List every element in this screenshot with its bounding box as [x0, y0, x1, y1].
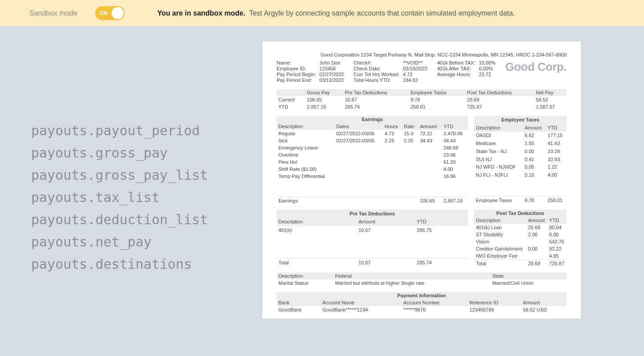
- paystub: Good Corporation 1234 Target Parkway N. …: [262, 41, 581, 319]
- banner-text: Test Argyle by connecting sample account…: [249, 9, 515, 17]
- field-list: payouts.payout_period payouts.gross_pay …: [0, 26, 262, 319]
- sandbox-label: Sandbox mode: [29, 9, 77, 17]
- toggle-knob: [112, 7, 124, 19]
- company-logo: Good Corp.: [505, 60, 567, 74]
- employee-info: Name:John DoeEmployee ID:123456Pay Perio…: [277, 60, 344, 83]
- tax-info: 401k Before TAX:10.00%401k After TAX:0.0…: [437, 60, 495, 77]
- summary-table: Gross PayPre Tax DeductionsEmployee Taxe…: [277, 89, 567, 110]
- posttax-table: Post Tax DeductionsDescriptionAmountYTD4…: [474, 210, 567, 267]
- banner-strong: You are in sandbox mode.: [157, 9, 246, 17]
- field-item: payouts.net_pay: [31, 235, 262, 249]
- field-item: payouts.gross_pay_list: [31, 169, 262, 182]
- sandbox-banner: Sandbox mode ON You are in sandbox mode.…: [0, 0, 644, 26]
- sandbox-toggle[interactable]: ON: [95, 6, 125, 20]
- field-item: payouts.payout_period: [31, 124, 262, 138]
- corp-address: Good Corporation 1234 Target Parkway N. …: [277, 52, 567, 57]
- status-table: DescriptionFederalStateMarital StatusMar…: [277, 272, 567, 287]
- pretax-table: Pre Tax DeductionsDescriptionAmountYTD40…: [277, 210, 468, 267]
- check-info: Check#:**VOID**Check Date:03/18/2022Curr…: [354, 60, 427, 83]
- earnings-table: EarningsDescriptionDatesHoursRateAmountY…: [277, 116, 468, 204]
- field-item: payouts.deduction_list: [31, 213, 262, 227]
- field-item: payouts.tax_list: [31, 191, 262, 204]
- payment-table: Payment InformationBankAccount NameAccou…: [277, 292, 567, 313]
- employee-taxes-table: Employee TaxesDescriptionAmountYTDOASDI6…: [474, 116, 567, 204]
- field-item: payouts.gross_pay: [31, 146, 262, 160]
- field-item: payouts.destinations: [31, 258, 262, 271]
